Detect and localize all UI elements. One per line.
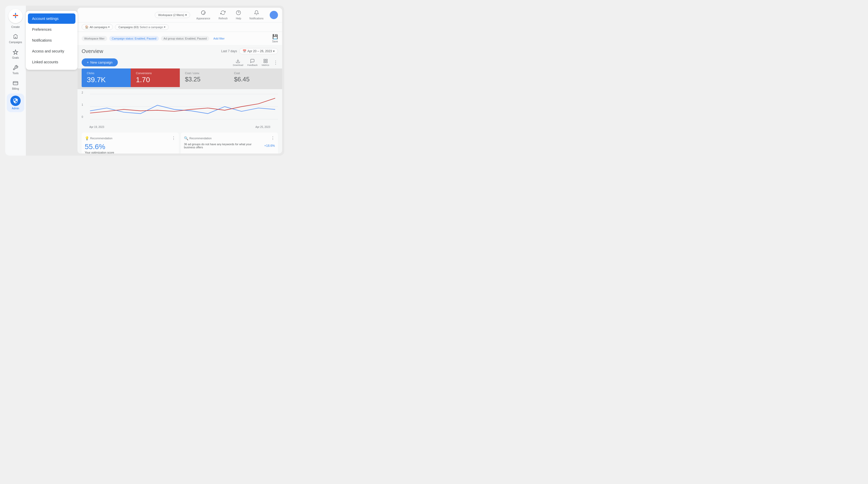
campaigns-chevron: ▾ (108, 26, 110, 28)
action-row: + New campaign Download Feedback (78, 56, 282, 68)
campaigns-label: Campaigns (9, 41, 22, 44)
ad-group-status-chip[interactable]: Ad group status: Enabled, Paused (161, 36, 209, 41)
settings-item-access-security[interactable]: Access and security (28, 46, 75, 56)
svg-rect-10 (264, 61, 265, 63)
stat-conversions: Conversions 1.70 (131, 68, 180, 87)
bell-icon (254, 10, 259, 17)
stat-cost: Cost $6.45 (229, 68, 278, 87)
appearance-label: Appearance (196, 17, 210, 20)
main-content: Workspace (2 filters) ▾ Appearance (78, 8, 282, 153)
y-label-1: 1 (82, 103, 83, 106)
goals-label: Goals (12, 56, 19, 59)
toolbar-appearance[interactable]: Appearance (194, 9, 212, 21)
campaigns-icon-small: 🏠 (85, 25, 89, 29)
workspace-filter-chip[interactable]: Workspace filter (82, 36, 107, 41)
y-label-0: 0 (82, 116, 83, 118)
workspace-label: Workspace (2 filters) (158, 13, 184, 17)
select-campaign-chevron: ▾ (164, 26, 165, 28)
create-button[interactable] (8, 9, 23, 23)
stat-cost-conv: Cost / conv. $3.25 (180, 68, 229, 87)
help-icon (236, 10, 241, 17)
plus-icon (12, 12, 19, 21)
tools-icon (12, 65, 19, 71)
chart-svg (82, 91, 278, 125)
svg-rect-9 (266, 59, 267, 60)
billing-icon (12, 80, 19, 86)
admin-label: Admin (12, 107, 19, 110)
date-chevron: ▾ (273, 49, 275, 53)
sidebar-item-billing[interactable]: Billing (7, 78, 24, 92)
feedback-button[interactable]: Feedback (247, 59, 257, 66)
top-toolbar: Workspace (2 filters) ▾ Appearance (78, 8, 282, 22)
new-campaign-plus: + (87, 60, 89, 64)
workspace-dropdown[interactable]: Workspace (2 filters) ▾ (155, 12, 190, 18)
chart-area: 2 1 0 Apr 19, 2023 Apr 25, 2023 (78, 89, 282, 130)
sidebar-item-tools[interactable]: Tools (7, 63, 24, 77)
more-options-rec1[interactable]: ⋮ (172, 136, 176, 141)
date-badge[interactable]: 📅 Apr 20 – 26, 2023 ▾ (239, 48, 278, 54)
create-label: Create (11, 25, 20, 28)
svg-point-7 (237, 10, 241, 15)
admin-icon-bg (10, 96, 21, 106)
sidebar-item-admin[interactable]: Admin (7, 94, 24, 112)
left-navigation: Create Campaigns Goals (5, 6, 26, 156)
new-campaign-button[interactable]: + New campaign (82, 58, 118, 66)
action-icons: Download Feedback Metrics ⋮ (233, 59, 278, 66)
stat-clicks: Clicks 39.7K (82, 68, 131, 87)
settings-panel: Account settings Preferences Notificatio… (26, 11, 78, 70)
svg-rect-2 (15, 15, 16, 16)
help-label: Help (236, 17, 241, 20)
svg-rect-11 (266, 61, 267, 63)
svg-point-3 (15, 37, 16, 38)
save-icon: 💾 (272, 34, 278, 39)
campaigns-icon (12, 34, 19, 40)
svg-rect-4 (13, 82, 18, 85)
lightbulb-icon-1: 💡 (85, 136, 89, 140)
recommendation-card-1: 💡 Recommendation ⋮ 55.6% Your optimizati… (82, 132, 179, 153)
recommendation-card-2: 🔍 Recommendation ⋮ 36 ad groups do not h… (181, 132, 278, 153)
appearance-icon (201, 10, 206, 17)
user-avatar[interactable] (270, 11, 278, 19)
x-label-end: Apr 25, 2023 (255, 126, 270, 128)
refresh-icon (220, 10, 225, 17)
lightbulb-icon-2: 🔍 (184, 136, 188, 140)
y-label-2: 2 (82, 91, 83, 94)
refresh-label: Refresh (219, 17, 227, 20)
save-button[interactable]: 💾 Save (272, 34, 278, 43)
add-filter-btn[interactable]: Add filter (211, 36, 226, 41)
billing-label: Billing (12, 87, 19, 90)
goals-icon (12, 49, 19, 55)
sidebar-item-campaigns[interactable]: Campaigns (7, 32, 24, 46)
download-button[interactable]: Download (233, 59, 243, 66)
tools-label: Tools (12, 72, 18, 75)
date-range: Last 7 days 📅 Apr 20 – 26, 2023 ▾ (221, 48, 278, 54)
stats-row: Clicks 39.7K Conversions 1.70 Cost / con… (78, 68, 282, 89)
overview-title: Overview (82, 48, 103, 54)
sidebar-item-goals[interactable]: Goals (7, 47, 24, 61)
metrics-button[interactable]: Metrics (262, 59, 269, 66)
overview-header: Overview Last 7 days 📅 Apr 20 – 26, 2023… (78, 45, 282, 56)
settings-item-linked-accounts[interactable]: Linked accounts (28, 57, 75, 67)
toolbar-refresh[interactable]: Refresh (216, 9, 230, 21)
toolbar-help[interactable]: Help (234, 9, 243, 21)
toolbar-notifications[interactable]: Notifications (247, 9, 266, 21)
more-options-button[interactable]: ⋮ (273, 60, 278, 65)
x-label-start: Apr 19, 2023 (89, 126, 104, 128)
more-options-rec2[interactable]: ⋮ (271, 136, 275, 141)
campaign-status-chip[interactable]: Campaign status: Enabled, Paused (109, 36, 159, 41)
calendar-icon: 📅 (243, 49, 246, 53)
settings-item-notifications[interactable]: Notifications (28, 35, 75, 46)
filter-bar: Workspace filter Campaign status: Enable… (78, 32, 282, 45)
campaign-bar: 🏠 All campaigns ▾ Campaigns (63) Select … (78, 22, 282, 32)
all-campaigns-selector[interactable]: 🏠 All campaigns ▾ (82, 24, 113, 30)
select-campaign-selector[interactable]: Campaigns (63) Select a campaign ▾ (115, 24, 169, 30)
recommendations-row: 💡 Recommendation ⋮ 55.6% Your optimizati… (78, 130, 282, 153)
settings-item-account[interactable]: Account settings (28, 13, 75, 24)
chart-x-labels: Apr 19, 2023 Apr 25, 2023 (82, 126, 278, 128)
notifications-label: Notifications (250, 17, 264, 20)
workspace-chevron-icon: ▾ (185, 13, 187, 17)
settings-item-preferences[interactable]: Preferences (28, 24, 75, 35)
svg-rect-8 (264, 59, 265, 60)
